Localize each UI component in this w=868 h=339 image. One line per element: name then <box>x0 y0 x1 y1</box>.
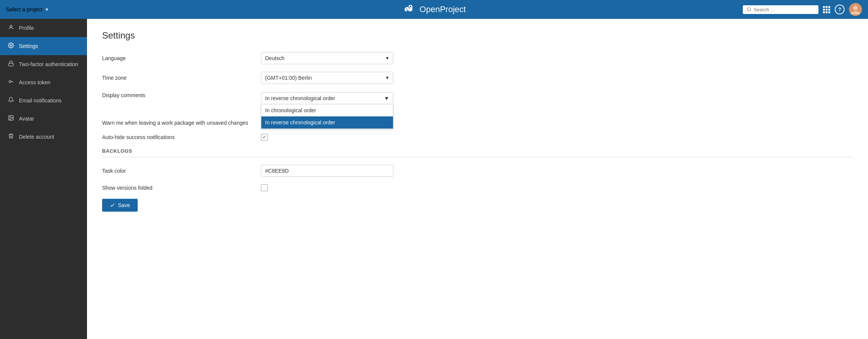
bell-icon <box>8 97 14 104</box>
page-title: Settings <box>102 30 853 41</box>
display-comments-dropdown[interactable]: In reverse chronological order ▼ In chro… <box>261 92 393 104</box>
sidebar-item-label: Settings <box>19 43 38 49</box>
svg-point-7 <box>10 25 12 27</box>
help-icon[interactable]: ? <box>835 5 845 14</box>
warn-unsaved-row: Warn me when leaving a work package with… <box>102 119 853 126</box>
chevron-down-icon: ▼ <box>384 95 389 101</box>
language-select[interactable]: Deutsch English Français Español <box>261 52 393 64</box>
auto-hide-checkbox[interactable]: ✓ <box>261 134 268 141</box>
settings-icon <box>8 42 14 50</box>
topnav: Select a project ▼ OpenProject <box>0 0 868 19</box>
svg-point-12 <box>10 117 11 118</box>
save-button[interactable]: Save <box>102 199 138 212</box>
trash-icon <box>8 133 14 141</box>
svg-point-6 <box>853 6 858 10</box>
key-icon <box>8 79 14 86</box>
project-selector[interactable]: Select a project ▼ <box>6 6 49 12</box>
topnav-right: ? <box>743 3 862 16</box>
sidebar-item-label: Two-factor authentication <box>19 61 78 67</box>
show-folded-row: Show versions folded <box>102 184 853 191</box>
dropdown-selected-value[interactable]: In reverse chronological order ▼ <box>261 92 393 104</box>
auto-hide-label: Auto-hide success notifications <box>102 134 261 140</box>
task-color-input[interactable] <box>261 165 393 177</box>
timezone-row: Time zone (GMT+01:00) Berlin (GMT+00:00)… <box>102 72 853 84</box>
svg-point-3 <box>747 8 750 11</box>
svg-rect-9 <box>9 63 13 66</box>
show-folded-label: Show versions folded <box>102 185 261 191</box>
backlogs-section-title: BACKLOGS <box>102 148 853 157</box>
sidebar-item-avatar[interactable]: Avatar <box>0 110 87 128</box>
display-comments-row: Display comments In reverse chronologica… <box>102 91 853 104</box>
avatar[interactable] <box>849 3 862 16</box>
lock-icon <box>8 60 14 68</box>
sidebar: Profile Settings Two-factor authenticati… <box>0 19 87 339</box>
auto-hide-row: Auto-hide success notifications ✓ <box>102 134 853 141</box>
task-color-label: Task color <box>102 168 261 174</box>
dropdown-option-reverse[interactable]: In reverse chronological order <box>261 116 393 128</box>
dropdown-current-value: In reverse chronological order <box>265 95 335 101</box>
save-button-label: Save <box>118 202 130 208</box>
apps-icon[interactable] <box>823 6 830 13</box>
timezone-select-wrapper[interactable]: (GMT+01:00) Berlin (GMT+00:00) UTC (GMT-… <box>261 72 393 84</box>
sidebar-item-email-notifications[interactable]: Email notifications <box>0 91 87 110</box>
main-content: Settings Language Deutsch English França… <box>87 19 868 339</box>
task-color-row: Task color <box>102 165 853 177</box>
language-select-wrapper[interactable]: Deutsch English Français Español ▼ <box>261 52 393 64</box>
search-box[interactable] <box>743 5 818 14</box>
timezone-select[interactable]: (GMT+01:00) Berlin (GMT+00:00) UTC (GMT-… <box>261 72 393 84</box>
language-label: Language <box>102 55 261 61</box>
language-row: Language Deutsch English Français Españo… <box>102 52 853 64</box>
project-selector-label: Select a project <box>6 6 43 12</box>
show-folded-checkbox[interactable] <box>261 184 268 191</box>
logo-area: OpenProject <box>402 3 466 16</box>
chevron-down-icon: ▼ <box>45 7 49 12</box>
image-icon <box>8 115 14 122</box>
sidebar-item-label: Email notifications <box>19 98 62 104</box>
dropdown-list: In chronological order In reverse chrono… <box>261 104 393 129</box>
sidebar-item-label: Profile <box>19 25 34 31</box>
svg-point-10 <box>9 80 11 82</box>
sidebar-item-label: Avatar <box>19 116 34 122</box>
search-input[interactable] <box>754 7 815 12</box>
svg-point-8 <box>10 45 12 46</box>
profile-icon <box>8 24 14 32</box>
sidebar-item-settings[interactable]: Settings <box>0 37 87 55</box>
svg-line-4 <box>750 10 751 11</box>
logo-text: OpenProject <box>419 5 466 14</box>
sidebar-item-two-factor[interactable]: Two-factor authentication <box>0 55 87 73</box>
warn-unsaved-label: Warn me when leaving a work package with… <box>102 120 261 126</box>
dropdown-option-chronological[interactable]: In chronological order <box>261 104 393 116</box>
timezone-label: Time zone <box>102 75 261 81</box>
logo-icon <box>402 3 416 16</box>
sidebar-item-access-token[interactable]: Access token <box>0 73 87 91</box>
sidebar-item-label: Access token <box>19 79 50 85</box>
sidebar-item-label: Delete account <box>19 134 54 140</box>
sidebar-item-profile[interactable]: Profile <box>0 19 87 37</box>
layout: Profile Settings Two-factor authenticati… <box>0 19 868 339</box>
check-icon <box>110 203 115 208</box>
sidebar-item-delete-account[interactable]: Delete account <box>0 128 87 146</box>
search-icon <box>747 7 752 12</box>
display-comments-label: Display comments <box>102 92 261 98</box>
